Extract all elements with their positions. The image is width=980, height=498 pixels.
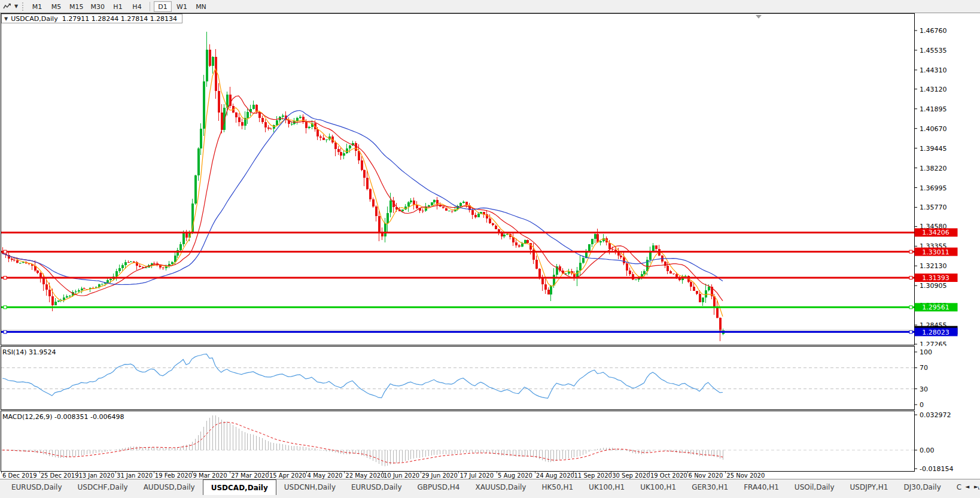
candle-body	[325, 139, 328, 140]
chart-dropdown-icon[interactable]: ▼	[13, 4, 20, 9]
candle-body	[340, 152, 342, 156]
candle-body	[690, 282, 692, 287]
date-label: 19 Oct 2020	[650, 472, 687, 479]
candle-body	[48, 290, 51, 296]
candle-body	[518, 245, 521, 247]
candle-body	[57, 300, 60, 302]
chart-tab-uk100-h1[interactable]: UK100,H1	[632, 479, 684, 495]
hline-handle	[909, 277, 912, 280]
date-tick	[1, 472, 2, 473]
candle-body	[337, 149, 340, 152]
chart-tab-dj30-daily[interactable]: DJ30,Daily	[896, 479, 949, 495]
candle-body	[121, 265, 124, 268]
chart-tab-fra40-h1[interactable]: FRA40,H1	[736, 479, 787, 495]
chart-tab-usdcnh-daily[interactable]: USDCNH,Daily	[276, 479, 343, 495]
date-tick	[115, 472, 116, 473]
hline-handle	[4, 250, 7, 253]
chart-tab-bar: EURUSD,DailyUSDCHF,DailyAUDUSD,DailyUSDC…	[0, 479, 980, 498]
chart-type-icon[interactable]	[2, 2, 13, 11]
price-tick-label: 1.44310	[920, 66, 947, 74]
hline-price-label: 1.31393	[922, 274, 949, 282]
main-chart-canvas[interactable]: 1.467601.455351.443101.431201.418951.406…	[0, 13, 980, 346]
candle-body	[547, 290, 550, 294]
candle-body	[602, 238, 605, 241]
candle-body	[716, 308, 719, 318]
timeframe-button-d1[interactable]: D1	[154, 1, 172, 12]
chart-tab-usoil-daily[interactable]: USOil,Daily	[787, 479, 842, 495]
candle-body	[553, 275, 555, 286]
chart-tab-hk50-h1[interactable]: HK50,H1	[534, 479, 581, 495]
timeframe-button-mn[interactable]: MN	[192, 1, 210, 12]
candle-body	[655, 245, 658, 249]
candle-body	[194, 175, 197, 204]
date-label: 31 Jan 2020	[117, 472, 153, 479]
hline-handle	[909, 250, 912, 253]
date-tick	[192, 472, 193, 473]
chart-tab-uk100-h1[interactable]: UK100,H1	[581, 479, 632, 495]
timeframe-button-m5[interactable]: M5	[47, 1, 65, 12]
date-label: 17 Jul 2020	[459, 472, 494, 479]
ohlc-collapse-icon[interactable]: ▼	[4, 16, 8, 22]
hline-handle	[909, 330, 912, 333]
candle-body	[162, 268, 165, 268]
candle-body	[713, 296, 716, 307]
date-label: 25 Dec 2019	[41, 472, 79, 479]
candle-body	[535, 260, 538, 269]
candle-body	[431, 202, 433, 205]
candle-body	[69, 296, 71, 297]
timeframe-button-h1[interactable]: H1	[109, 1, 127, 12]
candle-body	[45, 284, 48, 290]
date-label: 19 Feb 2020	[155, 472, 192, 479]
candle-body	[363, 170, 366, 178]
candle-body	[401, 209, 404, 211]
candle-body	[544, 284, 547, 290]
candle-body	[66, 296, 68, 297]
hline-handle	[909, 306, 912, 309]
chart-tab-xauusd-daily[interactable]: XAUUSD,Daily	[467, 479, 534, 495]
candle-body	[291, 124, 293, 124]
timeframe-button-h4[interactable]: H4	[128, 1, 146, 12]
macd-panel-canvas[interactable]: 0.0329720.00-0.018154	[0, 411, 980, 472]
candle-body	[203, 81, 205, 129]
tabs-scroll-right-icon[interactable]: ►	[974, 484, 978, 490]
candle-body	[425, 207, 427, 211]
date-axis[interactable]: 6 Dec 201925 Dec 201913 Jan 202031 Jan 2…	[0, 472, 980, 479]
candle-body	[372, 199, 375, 207]
price-tick-label: 1.46760	[920, 27, 947, 35]
candle-body	[422, 211, 424, 211]
timeframe-button-m1[interactable]: M1	[28, 1, 46, 12]
candle-body	[591, 239, 594, 245]
chart-tab-usdjpy-h1[interactable]: USDJPY,H1	[842, 479, 896, 495]
chart-tab-eurusd-daily[interactable]: EURUSD,Daily	[343, 479, 410, 495]
toolbar-grip[interactable]	[22, 2, 25, 11]
timeframe-button-m15[interactable]: M15	[66, 1, 87, 12]
candle-body	[538, 269, 541, 277]
chart-tab-usdchf-daily[interactable]: USDCHF,Daily	[70, 479, 136, 495]
tabs-scroll-left-icon[interactable]: ◄	[965, 484, 969, 490]
chart-tab-gbpusd-h4[interactable]: GBPUSD,H4	[410, 479, 468, 495]
chart-tab-audusd-daily[interactable]: AUDUSD,Daily	[136, 479, 203, 495]
candle-body	[16, 260, 19, 263]
chart-tab-usdcad-daily[interactable]: USDCAD,Daily	[203, 479, 276, 495]
date-label: 22 May 2020	[345, 472, 384, 479]
candle-body	[13, 260, 16, 261]
chart-tab-ger30-h1[interactable]: GER30,H1	[684, 479, 736, 495]
candle-body	[524, 240, 526, 244]
rsi-tick-label: 30	[920, 385, 928, 393]
candle-body	[54, 302, 57, 306]
price-tick-label: 1.41895	[920, 105, 947, 113]
candle-body	[669, 271, 672, 274]
candle-body	[596, 234, 599, 242]
candle-body	[63, 297, 65, 300]
candle-body	[445, 208, 448, 211]
chart-tab-eurusd-daily[interactable]: EURUSD,Daily	[4, 479, 70, 495]
timeframe-button-w1[interactable]: W1	[173, 1, 191, 12]
date-label: 25 Nov 2020	[726, 472, 765, 479]
candle-body	[322, 138, 325, 140]
rsi-panel-canvas[interactable]: 10070300	[0, 346, 980, 411]
candle-body	[261, 118, 264, 122]
timeframe-button-m30[interactable]: M30	[88, 1, 108, 12]
candle-body	[588, 244, 591, 251]
date-tick	[421, 472, 421, 473]
candle-body	[675, 274, 678, 277]
